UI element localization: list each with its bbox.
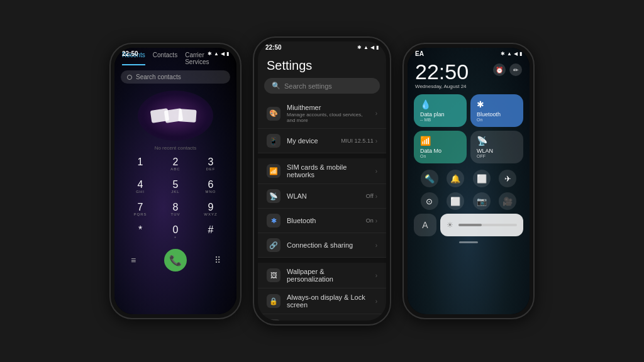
chevron-icon-8: › <box>375 298 377 305</box>
darkmode-icon[interactable]: ⊙ <box>421 192 438 210</box>
cc-tile-bt-top: ✱ <box>477 99 517 111</box>
miuithemer-icon: 🎨 <box>267 107 280 121</box>
cast-icon[interactable]: ⬜ <box>447 192 464 210</box>
cc-tile-dataplan[interactable]: 💧 Data plan -- MB <box>414 94 467 127</box>
bt-icon-2: ✱ <box>357 45 362 50</box>
cc-bottom-area: A ☀ <box>408 211 530 239</box>
miuithemer-sub: Manage accounts, cloud services, and mor… <box>287 112 369 123</box>
dial-key-7[interactable]: 7 PQRS <box>123 199 157 220</box>
time-1: 22:50 <box>122 50 138 57</box>
wifi-icon: ◀ <box>221 51 225 57</box>
cc-time-area: 22:50 Wednesday, August 24 ⏰ ✏ <box>408 60 530 92</box>
cc-tile-data[interactable]: 📶 Data Mo On <box>414 131 467 163</box>
chevron-icon-4: › <box>375 193 377 200</box>
status-icons-3: ✱ ▲ ◀ ▮ <box>501 51 522 57</box>
settings-item-bluetooth[interactable]: ✱ Bluetooth On › <box>258 209 386 233</box>
card-stack <box>155 109 196 122</box>
wlan-tile-sub: OFF <box>477 154 517 158</box>
settings-item-mydevice[interactable]: 📱 My device MIUI 12.5.11 › <box>258 129 386 153</box>
airplane-icon[interactable]: ✈ <box>499 170 516 187</box>
status-bar-1: 22:50 ✱ ▲ ◀ ▮ <box>114 48 236 60</box>
wlan-right: Off › <box>366 193 377 200</box>
divider-1 <box>258 153 386 158</box>
edit-icon[interactable]: ✏ <box>509 63 522 76</box>
alwayson-text: Always-on display & Lock screen <box>287 293 369 309</box>
cc-tile-wlan[interactable]: 📡 WLAN OFF <box>470 131 523 163</box>
wallpaper-right: › <box>375 272 377 279</box>
dial-key-0[interactable]: 0 + <box>158 221 192 243</box>
cc-tile-bluetooth[interactable]: ✱ Bluetooth On <box>470 94 523 127</box>
dial-key-hash[interactable]: # <box>194 221 228 243</box>
screen-icon[interactable]: ⬜ <box>473 170 491 187</box>
battery-icon-3: ▮ <box>519 51 522 57</box>
dial-key-9[interactable]: 9 WXYZ <box>194 199 228 220</box>
flashlight-icon[interactable]: 🔦 <box>421 170 438 187</box>
extra-btn[interactable]: A <box>414 214 436 236</box>
contact-search-bar[interactable]: Search contacts <box>121 70 230 84</box>
chevron-icon-7: › <box>375 272 377 279</box>
miuithemer-text: Miuithemer Manage accounts, cloud servic… <box>287 104 369 123</box>
camera-icon[interactable]: 📷 <box>473 192 491 210</box>
dial-key-4[interactable]: 4 GHI <box>123 176 157 197</box>
cc-tile-dataplan-labels: Data plan -- MB <box>420 111 460 122</box>
cc-quick-row-1: 🔦 🔔 ⬜ ✈ <box>408 166 530 191</box>
wlan-tile-label: WLAN <box>477 148 517 154</box>
sim-right: › <box>375 168 377 175</box>
cc-tile-bt-labels: Bluetooth On <box>477 111 517 122</box>
settings-item-wallpaper[interactable]: 🖼 Wallpaper & personalization › <box>258 263 386 288</box>
wlan-name: WLAN <box>287 192 360 200</box>
miuithemer-name: Miuithemer <box>287 104 369 111</box>
settings-item-display[interactable]: 💡 Display › <box>258 314 386 321</box>
phone-control-center: EA ✱ ▲ ◀ ▮ 22:50 Wednesday, August 24 ⏰ … <box>402 43 535 319</box>
data-tile-sub: On <box>420 154 460 158</box>
status-icons-2: ✱ ▲ ◀ ▮ <box>357 45 379 50</box>
wallpaper-icon: 🖼 <box>267 268 280 282</box>
dial-key-1[interactable]: 1 <box>123 153 157 175</box>
dial-key-8[interactable]: 8 TUV <box>158 199 192 220</box>
settings-bg: 22:50 ✱ ▲ ◀ ▮ Settings 🔍 Search settings… <box>258 41 386 321</box>
wlan-text: WLAN <box>287 192 360 200</box>
home-pill[interactable] <box>459 241 478 243</box>
control-screen: EA ✱ ▲ ◀ ▮ 22:50 Wednesday, August 24 ⏰ … <box>408 48 530 314</box>
notification-icon[interactable]: 🔔 <box>447 170 464 187</box>
search-placeholder-2: Search settings <box>284 82 332 90</box>
dialer-bottom-bar: ≡ 📞 ⠿ <box>114 245 236 274</box>
brightness-fill <box>458 224 482 226</box>
sim-name: SIM cards & mobile networks <box>287 163 369 178</box>
dial-key-6[interactable]: 6 MNO <box>194 176 228 197</box>
grid-icon[interactable]: ⠿ <box>211 253 225 267</box>
settings-title: Settings <box>258 53 386 77</box>
time-2: 22:50 <box>265 44 282 51</box>
settings-item-connection[interactable]: 🔗 Connection & sharing › <box>258 233 386 258</box>
dial-key-2[interactable]: 2 ABC <box>158 153 192 175</box>
dialer-bg: 22:50 ✱ ▲ ◀ ▮ Recents Contacts Carrier S… <box>114 48 236 314</box>
wifi-icon-2: ◀ <box>370 45 374 50</box>
settings-item-miuithemer[interactable]: 🎨 Miuithemer Manage accounts, cloud serv… <box>258 99 386 129</box>
mydevice-text: My device <box>287 137 335 145</box>
connection-name: Connection & sharing <box>287 241 369 249</box>
brightness-slider[interactable]: ☀ <box>440 214 523 236</box>
dial-key-star[interactable]: * <box>123 221 157 243</box>
settings-item-wlan[interactable]: 📡 WLAN Off › <box>258 184 386 209</box>
settings-item-alwayson[interactable]: 🔒 Always-on display & Lock screen › <box>258 288 386 314</box>
card-3 <box>178 109 196 123</box>
dial-key-5[interactable]: 5 JKL <box>158 176 192 197</box>
dial-key-3[interactable]: 3 DEF <box>194 153 228 175</box>
dataplan-sub: -- MB <box>420 118 460 122</box>
chevron-icon-6: › <box>375 242 377 249</box>
menu-icon[interactable]: ≡ <box>126 253 140 267</box>
dialer-screen: 22:50 ✱ ▲ ◀ ▮ Recents Contacts Carrier S… <box>114 48 236 314</box>
cc-date: Wednesday, August 24 <box>415 84 469 89</box>
settings-item-sim[interactable]: 📶 SIM cards & mobile networks › <box>258 158 386 184</box>
bluetooth-status: On <box>366 217 374 224</box>
wlan-status: Off <box>366 193 374 199</box>
wifi-icon-3: ◀ <box>514 51 518 57</box>
brightness-icon: ☀ <box>447 221 453 229</box>
call-button[interactable]: 📞 <box>164 249 187 272</box>
settings-search-bar[interactable]: 🔍 Search settings <box>264 78 380 94</box>
sim-icon: 📶 <box>267 164 280 178</box>
battery-icon: ▮ <box>226 51 229 57</box>
alarm-icon[interactable]: ⏰ <box>493 63 506 76</box>
bt-tile-icon: ✱ <box>477 99 484 109</box>
video-icon[interactable]: 🎥 <box>499 192 516 210</box>
